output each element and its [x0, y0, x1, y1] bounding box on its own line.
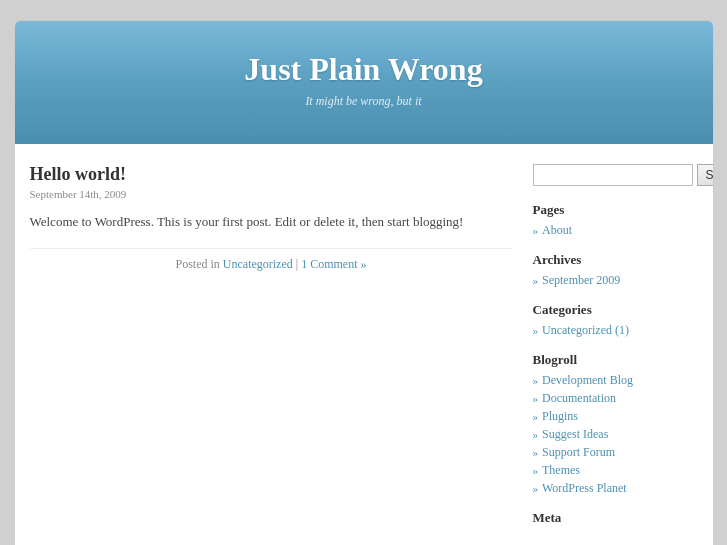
bullet-icon: »: [533, 324, 539, 336]
sidebar-section-categories: Categories » Uncategorized (1): [533, 302, 698, 338]
list-item: » Plugins: [533, 409, 698, 424]
list-item: » Development Blog: [533, 373, 698, 388]
categories-title: Categories: [533, 302, 698, 318]
pages-title: Pages: [533, 202, 698, 218]
blogroll-devblog-link[interactable]: Development Blog: [542, 373, 633, 388]
bullet-icon: »: [533, 274, 539, 286]
category-link[interactable]: Uncategorized: [223, 257, 293, 271]
main-content: Hello world! September 14th, 2009 Welcom…: [30, 164, 513, 540]
sidebar: Search Pages » About Archives » Septembe…: [533, 164, 698, 540]
blogroll-suggest-link[interactable]: Suggest Ideas: [542, 427, 608, 442]
post-body: Welcome to WordPress. This is your first…: [30, 212, 513, 233]
bullet-icon: »: [533, 410, 539, 422]
blogroll-docs-link[interactable]: Documentation: [542, 391, 616, 406]
site-title: Just Plain Wrong: [35, 51, 693, 88]
search-button[interactable]: Search: [697, 164, 714, 186]
list-item: » Suggest Ideas: [533, 427, 698, 442]
list-item: » Documentation: [533, 391, 698, 406]
sidebar-section-pages: Pages » About: [533, 202, 698, 238]
post-footer: Posted in Uncategorized | 1 Comment »: [30, 248, 513, 272]
blogroll-wpplanet-link[interactable]: WordPress Planet: [542, 481, 627, 496]
sidebar-section-meta: Meta: [533, 510, 698, 526]
comment-link[interactable]: 1 Comment »: [301, 257, 366, 271]
bullet-icon: »: [533, 224, 539, 236]
list-item: » WordPress Planet: [533, 481, 698, 496]
post-date: September 14th, 2009: [30, 188, 513, 200]
content-area: Hello world! September 14th, 2009 Welcom…: [15, 144, 713, 545]
category-uncategorized-link[interactable]: Uncategorized (1): [542, 323, 629, 338]
blogroll-plugins-link[interactable]: Plugins: [542, 409, 578, 424]
post-footer-prefix: Posted in: [175, 257, 219, 271]
meta-title: Meta: [533, 510, 698, 526]
archive-sep2009-link[interactable]: September 2009: [542, 273, 620, 288]
page-wrapper: Just Plain Wrong It might be wrong, but …: [14, 20, 714, 545]
sidebar-section-archives: Archives » September 2009: [533, 252, 698, 288]
bullet-icon: »: [533, 392, 539, 404]
search-widget: Search: [533, 164, 698, 186]
bullet-icon: »: [533, 428, 539, 440]
bullet-icon: »: [533, 374, 539, 386]
bullet-icon: »: [533, 482, 539, 494]
search-input[interactable]: [533, 164, 693, 186]
blogroll-themes-link[interactable]: Themes: [542, 463, 580, 478]
archives-title: Archives: [533, 252, 698, 268]
pages-about-link[interactable]: About: [542, 223, 572, 238]
blogroll-title: Blogroll: [533, 352, 698, 368]
list-item: » September 2009: [533, 273, 698, 288]
bullet-icon: »: [533, 464, 539, 476]
site-header: Just Plain Wrong It might be wrong, but …: [15, 21, 713, 144]
blogroll-support-link[interactable]: Support Forum: [542, 445, 615, 460]
site-tagline: It might be wrong, but it: [35, 94, 693, 109]
list-item: » About: [533, 223, 698, 238]
list-item: » Support Forum: [533, 445, 698, 460]
list-item: » Themes: [533, 463, 698, 478]
bullet-icon: »: [533, 446, 539, 458]
sidebar-section-blogroll: Blogroll » Development Blog » Documentat…: [533, 352, 698, 496]
list-item: » Uncategorized (1): [533, 323, 698, 338]
post-title: Hello world!: [30, 164, 513, 185]
